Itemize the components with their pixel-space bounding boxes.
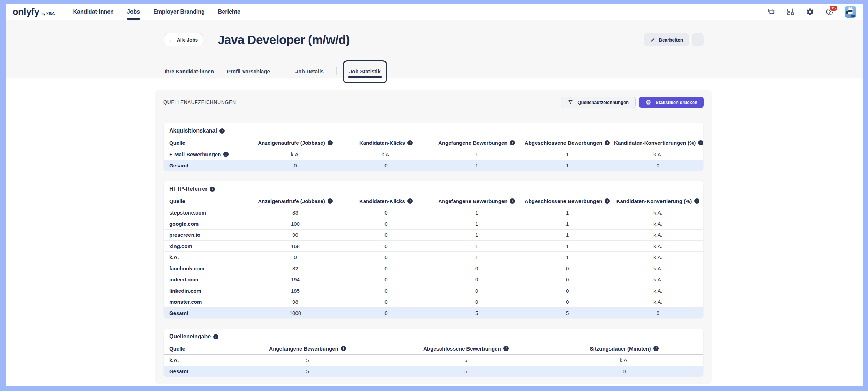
info-icon[interactable]: i (223, 152, 229, 157)
value-cell: 185 (250, 285, 341, 296)
tab-job-statistik[interactable]: Job-Statistik (349, 65, 381, 78)
column-header-text: Abgeschlossene Bewerbungen (525, 140, 603, 146)
value-cell: 0 (341, 296, 431, 307)
info-icon[interactable]: i (503, 346, 509, 351)
table-header-row: QuelleAngefangene BewerbungeniAbgeschlos… (164, 343, 703, 354)
back-to-all-jobs-button[interactable]: ← Alle Jobs (164, 33, 203, 46)
info-icon[interactable]: i (694, 198, 699, 204)
row-label-cell: google.com (164, 218, 250, 229)
info-icon[interactable]: i (328, 140, 333, 145)
help-icon[interactable]: 15 (825, 7, 834, 16)
info-icon[interactable]: i (407, 140, 413, 145)
info-icon[interactable]: i (510, 140, 515, 145)
column-header-text: Kandidaten-Konvertierungen (%) (614, 140, 696, 146)
total-value-cell: 5 (229, 366, 387, 377)
table-title: HTTP-Referreri (164, 181, 703, 195)
column-header-text: Abgeschlossene Bewerbungen (525, 198, 603, 204)
info-icon[interactable]: i (341, 346, 346, 351)
nav-item-kandidat-innen[interactable]: Kandidat·innen (73, 4, 113, 20)
column-header-label: Angefangene Bewerbungeni (438, 140, 515, 146)
row-label-cell: linkedin.com (164, 285, 250, 296)
tab-profil-vorschl-ge[interactable]: Profil-Vorschläge (226, 65, 271, 78)
info-icon[interactable]: i (605, 140, 610, 145)
total-value-cell: 5 (522, 307, 613, 318)
column-header-label: Abgeschlossene Bewerbungeni (525, 198, 610, 204)
row-label: k.A. (169, 357, 179, 363)
job-tabs: Ihre Kandidat·innenProfil-VorschlägeJob-… (164, 65, 393, 78)
info-icon[interactable]: i (698, 140, 703, 145)
user-avatar[interactable] (845, 6, 856, 18)
column-header-sitzungsdauer-minuten: Sitzungsdauer (Minuten)i (545, 343, 703, 354)
onlyfy-logo[interactable]: onlyfy by XING (13, 7, 55, 17)
row-label-cell: indeed.com (164, 274, 250, 285)
total-value-cell: 5 (387, 366, 545, 377)
edit-button[interactable]: Bearbeiten (644, 33, 689, 46)
filter-sources-button[interactable]: Quellenaufzeichnungen (561, 97, 636, 108)
more-options-button[interactable]: ··· (692, 33, 704, 46)
column-header-text: Kandidaten-Klicks (359, 198, 405, 204)
row-label-cell: k.A. (164, 354, 229, 366)
column-header-label: Angefangene Bewerbungeni (269, 346, 346, 352)
nav-item-jobs[interactable]: Jobs (127, 4, 140, 20)
column-header-text: Quelle (169, 346, 185, 352)
arrow-left-icon: ← (169, 37, 174, 43)
value-cell: 100 (250, 218, 341, 229)
value-cell: 0 (341, 251, 431, 263)
tab-label: Job-Details (295, 68, 324, 74)
column-header-text: Abgeschlossene Bewerbungen (423, 346, 501, 352)
column-header-label: Kandidaten-Konvertierungen (%)i (614, 140, 703, 146)
filter-button-label: Quellenaufzeichnungen (577, 100, 629, 105)
info-icon[interactable]: i (213, 334, 218, 339)
value-cell: 90 (250, 229, 341, 240)
table-row-k-a: k.A.55k.A. (164, 354, 703, 366)
column-header-abgeschlossene-bewerbungen: Abgeschlossene Bewerbungeni (387, 343, 545, 354)
info-icon[interactable]: i (210, 187, 215, 192)
table-title: Quelleneingabei (164, 329, 703, 343)
value-cell: k.A. (613, 274, 703, 285)
messages-icon[interactable] (766, 7, 776, 16)
tab-ihre-kandidat-innen[interactable]: Ihre Kandidat·innen (164, 65, 215, 78)
column-header-label: Kandidaten-Konvertierung (%)i (616, 198, 700, 204)
column-header-label: Kandidaten-Klicksi (359, 198, 413, 204)
row-label-cell: monster.com (164, 296, 250, 307)
stats-table: QuelleAnzeigenaufrufe (Jobbase)iKandidat… (164, 137, 703, 171)
value-cell: k.A. (250, 149, 341, 160)
total-value-cell: 0 (613, 307, 703, 318)
nav-item-employer-branding[interactable]: Employer Branding (153, 4, 205, 20)
info-icon[interactable]: i (605, 198, 610, 204)
row-label-cell: k.A. (164, 251, 250, 263)
ellipsis-icon: ··· (695, 37, 701, 43)
nav-item-berichte[interactable]: Berichte (218, 4, 240, 20)
row-label-cell: facebook.com (164, 263, 250, 274)
row-label: xing.com (169, 243, 192, 249)
tab-job-details[interactable]: Job-Details (295, 65, 324, 78)
row-label: prescreen.io (169, 232, 200, 238)
value-cell: 0 (522, 285, 613, 296)
total-value-cell: 0 (250, 160, 341, 171)
column-header-text: Quelle (169, 198, 185, 204)
table-row-monster-com: monster.com98000k.A. (164, 296, 703, 307)
table-header-row: QuelleAnzeigenaufrufe (Jobbase)iKandidat… (164, 137, 703, 149)
info-icon[interactable]: i (653, 346, 659, 351)
settings-gear-icon[interactable] (806, 7, 815, 16)
value-cell: k.A. (613, 229, 703, 240)
section-actions: Quellenaufzeichnungen Statistiken drucke… (561, 97, 704, 108)
row-label: linkedin.com (169, 288, 201, 294)
info-icon[interactable]: i (407, 198, 413, 204)
print-statistics-button[interactable]: Statistiken drucken (639, 97, 704, 108)
total-row: Gesamt00110 (164, 160, 703, 171)
tab-label: Profil-Vorschläge (227, 68, 270, 74)
info-icon[interactable]: i (510, 198, 515, 204)
topnav-items: Kandidat·innenJobsEmployer BrandingBeric… (73, 4, 253, 20)
value-cell: k.A. (545, 354, 703, 366)
topbar-right: 15 (766, 6, 856, 18)
value-cell: 5 (387, 354, 545, 366)
apps-grid-icon[interactable] (786, 7, 795, 16)
column-header-angefangene-bewerbungen: Angefangene Bewerbungeni (431, 195, 522, 207)
column-header-text: Kandidaten-Klicks (359, 140, 405, 146)
info-icon[interactable]: i (219, 128, 225, 134)
row-label-text: facebook.com (169, 265, 204, 271)
info-icon[interactable]: i (328, 198, 333, 204)
value-cell: 0 (341, 274, 431, 285)
table-row-indeed-com: indeed.com194000k.A. (164, 274, 703, 285)
